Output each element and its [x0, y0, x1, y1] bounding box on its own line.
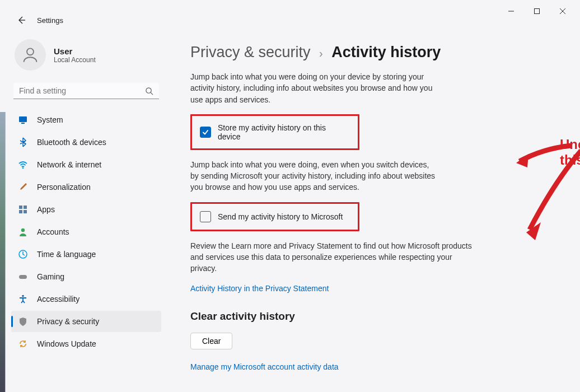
close-icon — [560, 8, 565, 14]
sidebar-item-windows-update[interactable]: Windows Update — [11, 333, 161, 354]
sidebar-item-time-language[interactable]: Time & language — [11, 244, 161, 265]
sidebar-item-apps[interactable]: Apps — [11, 199, 161, 220]
svg-rect-1 — [535, 9, 540, 14]
accessibility-icon — [18, 294, 28, 304]
gamepad-icon — [18, 272, 28, 282]
chevron-right-icon: › — [319, 47, 323, 59]
sidebar-item-system[interactable]: System — [11, 109, 161, 130]
manage-account-activity-link[interactable]: Manage my Microsoft account activity dat… — [190, 362, 339, 371]
clock-globe-icon — [18, 249, 28, 259]
sidebar-item-accounts[interactable]: Accounts — [11, 221, 161, 242]
send-activity-checkbox[interactable] — [200, 211, 211, 222]
breadcrumb-current: Activity history — [331, 44, 441, 60]
svg-point-6 — [146, 87, 151, 92]
clear-button[interactable]: Clear — [190, 333, 232, 349]
back-button[interactable] — [16, 15, 27, 26]
bluetooth-icon — [18, 137, 28, 147]
minimize-icon — [508, 8, 514, 14]
search-box[interactable] — [13, 83, 159, 99]
apps-icon — [18, 204, 28, 214]
store-activity-label: Store my activity history on this device — [218, 123, 350, 141]
svg-rect-17 — [19, 275, 27, 279]
search-icon — [145, 87, 153, 95]
maximize-icon — [534, 8, 540, 14]
sidebar-item-bluetooth-devices[interactable]: Bluetooth & devices — [11, 132, 161, 153]
app-title: Settings — [37, 16, 63, 25]
user-name: User — [54, 46, 96, 56]
privacy-statement-link[interactable]: Activity History in the Privacy Statemen… — [190, 284, 329, 293]
brush-icon — [18, 182, 28, 192]
sidebar: User Local Account SystemBluetooth & dev… — [0, 28, 168, 392]
window-minimize-button[interactable] — [498, 3, 524, 20]
send-activity-label: Send my activity history to Microsoft — [218, 212, 343, 221]
store-activity-checkbox-row[interactable]: Store my activity history on this device — [190, 114, 359, 150]
window-maximize-button[interactable] — [524, 3, 550, 20]
sidebar-item-accessibility[interactable]: Accessibility — [11, 288, 161, 310]
display-icon — [18, 115, 28, 125]
sidebar-nav: SystemBluetooth & devicesNetwork & inter… — [11, 109, 161, 354]
sidebar-item-gaming[interactable]: Gaming — [11, 266, 161, 287]
person-icon — [18, 227, 28, 237]
search-input[interactable] — [19, 86, 145, 95]
shield-icon — [18, 316, 28, 326]
svg-point-5 — [27, 48, 34, 55]
sidebar-item-label: Apps — [37, 205, 55, 214]
svg-rect-13 — [19, 210, 22, 213]
sidebar-item-label: Accounts — [37, 227, 69, 236]
avatar — [15, 39, 46, 71]
sidebar-item-label: Privacy & security — [37, 317, 99, 326]
sidebar-item-label: Gaming — [37, 272, 64, 281]
annotation-text: Uncheck this — [560, 137, 580, 168]
svg-rect-8 — [19, 116, 27, 122]
sidebar-item-label: Time & language — [37, 250, 96, 259]
sidebar-item-privacy-security[interactable]: Privacy & security — [11, 311, 161, 332]
svg-line-7 — [151, 92, 153, 95]
svg-point-15 — [21, 228, 25, 232]
window-close-button[interactable] — [550, 3, 576, 20]
sidebar-item-label: Bluetooth & devices — [37, 138, 106, 147]
store-activity-checkbox[interactable] — [200, 127, 211, 138]
svg-rect-11 — [19, 206, 22, 209]
sidebar-item-personalization[interactable]: Personalization — [11, 176, 161, 198]
svg-rect-14 — [24, 210, 27, 213]
send-activity-checkbox-row[interactable]: Send my activity history to Microsoft — [190, 202, 359, 231]
sidebar-item-label: Windows Update — [37, 339, 96, 348]
update-icon — [18, 339, 28, 349]
description-store: Jump back into what you were doing on yo… — [190, 71, 439, 105]
sidebar-item-label: Personalization — [37, 183, 91, 192]
clear-history-heading: Clear activity history — [190, 310, 546, 323]
back-arrow-icon — [17, 16, 26, 25]
svg-rect-12 — [24, 206, 27, 209]
user-account-type: Local Account — [54, 56, 96, 64]
svg-point-10 — [22, 167, 24, 169]
check-icon — [202, 128, 209, 136]
main-content: Privacy & security › Activity history Ju… — [168, 28, 580, 392]
svg-rect-9 — [21, 123, 25, 124]
sidebar-item-label: Network & internet — [37, 160, 101, 169]
app-header: Settings — [0, 15, 580, 28]
sidebar-item-network-internet[interactable]: Network & internet — [11, 154, 161, 175]
user-block[interactable]: User Local Account — [15, 39, 161, 71]
wifi-icon — [18, 160, 28, 170]
sidebar-item-label: System — [37, 115, 63, 124]
svg-point-18 — [22, 295, 24, 297]
description-send: Jump back into what you were doing, even… — [190, 159, 439, 193]
person-icon — [21, 45, 40, 64]
sidebar-item-label: Accessibility — [37, 295, 79, 304]
breadcrumb-parent[interactable]: Privacy & security — [190, 44, 311, 60]
breadcrumb: Privacy & security › Activity history — [190, 44, 546, 61]
description-review: Review the Learn more and Privacy Statem… — [190, 240, 473, 274]
